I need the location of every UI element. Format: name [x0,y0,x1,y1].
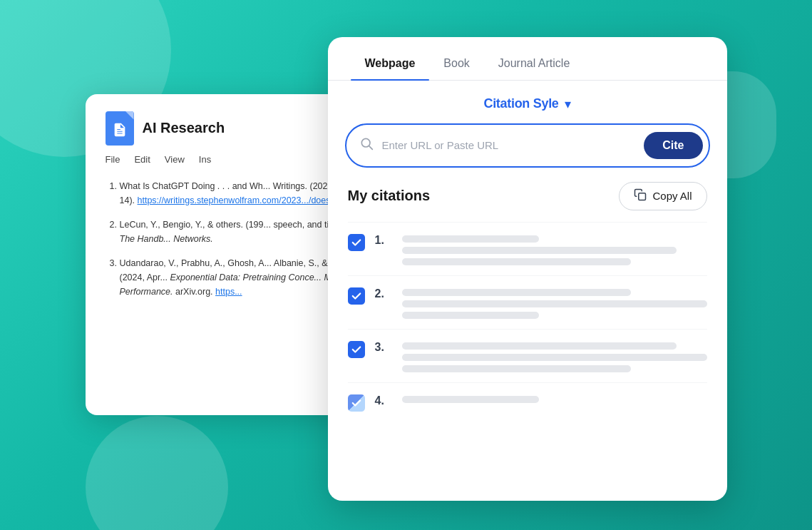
svg-rect-2 [639,193,646,200]
citation-line [402,312,540,319]
citation-lines-3 [402,342,707,372]
checkbox-1[interactable] [348,234,365,251]
citation-line [402,235,540,243]
citation-item-2: 2. [348,275,707,329]
doc-icon [106,111,134,146]
citation-line [402,354,707,361]
citation-item-3: 3. [348,329,707,382]
checkbox-3[interactable] [348,341,365,358]
checkbox-2[interactable] [348,287,365,305]
chevron-down-icon: ▾ [565,96,571,112]
svg-point-0 [361,138,370,147]
copy-all-button[interactable]: Copy All [619,182,706,210]
checkbox-4[interactable] [348,394,365,412]
citation-line [402,300,707,307]
cite-button[interactable]: Cite [644,132,702,159]
search-icon [359,136,374,154]
citations-header: My citations Copy All [328,182,727,222]
scene: AI Research File Edit View Ins What Is C… [86,37,727,494]
copy-icon [634,188,647,204]
url-search-input[interactable] [382,139,636,151]
menu-insert[interactable]: Ins [199,154,211,165]
citation-line [402,396,540,403]
tab-webpage[interactable]: Webpage [351,57,430,80]
citation-list: 1. 2. [328,222,727,422]
citation-line [402,289,631,296]
doc-link-3[interactable]: https... [215,287,242,297]
citation-line [402,258,631,265]
citation-style-row[interactable]: Citation Syle ▾ [328,81,727,123]
citation-number-4: 4. [375,394,392,407]
menu-view[interactable]: View [165,154,185,165]
document-svg-icon [112,122,128,138]
doc-title: AI Research [143,120,225,136]
citation-line [402,342,677,350]
citation-lines-1 [402,235,707,265]
tab-book[interactable]: Book [429,57,483,80]
citation-item-1: 1. [348,222,707,275]
svg-line-1 [369,146,372,149]
citation-item-4: 4. [348,382,707,422]
tabs-row: Webpage Book Journal Article [328,37,727,81]
tab-journal-article[interactable]: Journal Article [484,57,585,80]
citation-style-label: Citation Syle [483,96,558,111]
search-bar: Cite [345,123,710,168]
menu-file[interactable]: File [106,154,120,165]
menu-edit[interactable]: Edit [134,154,150,165]
citation-number-2: 2. [375,287,392,300]
citation-number-1: 1. [375,234,392,247]
citation-lines-2 [402,289,707,319]
citation-lines-4 [402,396,707,403]
citation-number-3: 3. [375,341,392,354]
citation-line [402,365,631,372]
my-citations-title: My citations [348,188,431,204]
cite-card: Webpage Book Journal Article Citation Sy… [328,37,727,501]
copy-all-label: Copy All [652,190,692,202]
citation-line [402,247,677,254]
